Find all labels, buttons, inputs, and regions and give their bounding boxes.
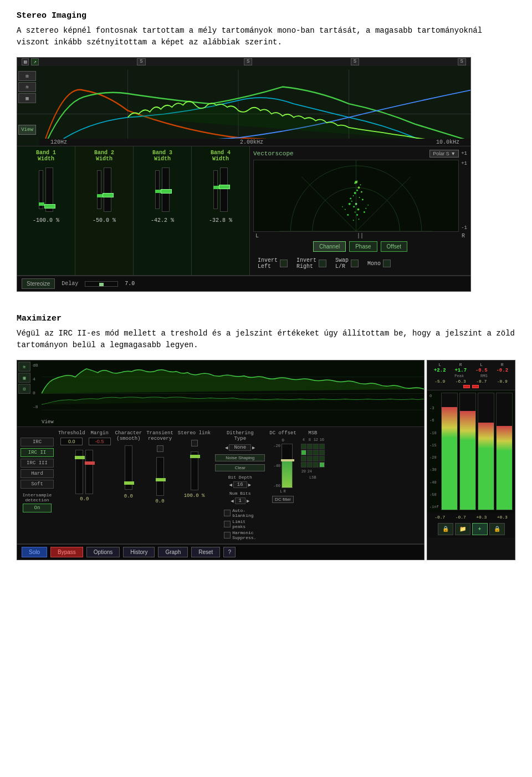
bypass-button[interactable]: Bypass [50, 547, 83, 557]
svg-point-13 [356, 190, 358, 191]
svg-point-20 [355, 203, 357, 205]
dc-filter-button[interactable]: DC filter [272, 496, 294, 503]
harmonic-checkbox[interactable] [224, 532, 231, 539]
wf-btn-bars[interactable]: ▦ [18, 373, 30, 383]
s-marker-4[interactable]: S [458, 58, 466, 65]
lock-btn-3[interactable]: + [472, 523, 488, 535]
wf-btn-wave[interactable]: ≋ [18, 362, 30, 372]
threshold-slider[interactable] [75, 450, 83, 494]
intersample-value[interactable]: On [23, 504, 52, 512]
l-peak2-val: -0.5 [475, 368, 488, 373]
invert-right-checkbox[interactable] [319, 260, 326, 267]
soft-button[interactable]: Soft [21, 480, 54, 489]
spectrum-btn-3[interactable]: ▦ [18, 93, 36, 103]
wf-btn-zoom[interactable]: ⊡ [18, 384, 30, 394]
svg-point-33 [347, 214, 349, 216]
r-peak-val: +1.7 [454, 368, 467, 373]
stereo-link-checkbox[interactable] [191, 440, 198, 446]
hard-button[interactable]: Hard [21, 469, 54, 478]
solo-button[interactable]: Solo [22, 547, 47, 557]
msb-cell [301, 444, 306, 449]
limit-peaks-option: Limitpeaks [224, 519, 256, 529]
r-label: R [462, 233, 465, 239]
waveform-buttons: ≋ ▦ ⊡ [17, 360, 32, 395]
svg-point-15 [358, 186, 360, 189]
stereoize-button[interactable]: Stereoize [22, 278, 55, 289]
auto-blanking-checkbox[interactable] [224, 510, 231, 516]
spectrum-btn-2[interactable]: ≋ [18, 82, 36, 92]
threshold-input[interactable] [60, 438, 83, 445]
band-1-slider[interactable] [45, 167, 53, 212]
msb-cell [313, 462, 319, 468]
margin-group: Margin [89, 430, 111, 445]
meter-fill-l2 [478, 423, 494, 510]
irc-button[interactable]: IRC [21, 438, 54, 446]
band-4-slider[interactable] [220, 167, 228, 212]
harmonic-label: HarmonicSuppress. [232, 530, 256, 540]
svg-point-12 [354, 192, 356, 194]
transient-checkbox[interactable] [157, 445, 163, 452]
margin-input[interactable] [89, 438, 111, 445]
band-3-left-slider[interactable] [155, 170, 160, 209]
delay-slider[interactable] [85, 281, 118, 287]
num-bits-value: 1 [235, 497, 245, 504]
band-3-slider[interactable] [162, 167, 170, 212]
mono-checkbox[interactable] [383, 260, 391, 267]
history-button[interactable]: History [123, 547, 155, 557]
lock-btn-4[interactable]: 🔒 [489, 523, 505, 535]
reset-button[interactable]: Reset [191, 547, 220, 557]
invert-right-label: InvertRight [296, 257, 316, 270]
irc2-button[interactable]: IRC II [21, 448, 54, 457]
stereo-link-label: Stereo link [178, 430, 211, 436]
threshold-group: Threshold [58, 430, 85, 445]
band-2-slider[interactable] [104, 167, 111, 212]
band-1-left-slider[interactable] [39, 170, 43, 209]
view-button[interactable]: View [18, 125, 36, 135]
dc-lr-l: L [280, 489, 282, 494]
maximizer-paragraph: Végül az IRC II-es mód mellett a treshol… [17, 328, 515, 351]
polar-button[interactable]: Polar S ▼ [429, 150, 459, 158]
band-3-col: Band 3 Width -42.2 % [134, 146, 192, 275]
lock-btn-2[interactable]: 📁 [455, 523, 470, 535]
offset-button[interactable]: Offset [381, 241, 408, 252]
stereo-paragraph: A sztereo képnél fontosnak tartottam a m… [17, 25, 515, 48]
transient-slider[interactable] [156, 457, 164, 496]
msb-cell-active [319, 462, 325, 468]
channel-button[interactable]: Channel [313, 241, 346, 252]
clear-button[interactable]: Clear [215, 464, 265, 471]
help-button[interactable]: ? [223, 547, 236, 557]
bit-depth-selector[interactable]: ◀ 16 ▶ [229, 481, 251, 488]
band-2-left-slider[interactable] [97, 170, 101, 209]
options-button[interactable]: Options [86, 547, 120, 557]
character-label: Character(smooth) [115, 430, 142, 441]
vectorscope-canvas [253, 160, 459, 232]
irc3-button[interactable]: IRC III [21, 459, 54, 468]
band-2-label: Band 2 Width [94, 150, 114, 162]
num-bits-selector[interactable]: ◀ 1 ▶ [231, 497, 249, 504]
spectrum-btn-1[interactable]: ⊞ [18, 71, 36, 81]
s-marker-1[interactable]: S [137, 58, 145, 65]
character-group: Character(smooth) 0.0 [115, 430, 142, 499]
dc-offset-slider[interactable] [282, 444, 293, 488]
none-selector[interactable]: ◀ None ▶ [225, 444, 255, 451]
margin-slider[interactable] [85, 450, 93, 494]
threshold-display: 0.0 [80, 496, 89, 502]
db-label-8: -8 [33, 404, 38, 409]
auto-blanking-label: Auto-blanking [232, 508, 253, 518]
band-4-left-slider[interactable] [213, 170, 218, 209]
lock-btn-1[interactable]: 🔒 [438, 523, 453, 535]
msb-label: MSB [308, 430, 317, 436]
limit-peaks-checkbox[interactable] [224, 521, 231, 527]
character-slider[interactable] [125, 445, 132, 490]
s-marker-3[interactable]: S [351, 58, 359, 65]
meter-bar-l2 [478, 393, 494, 510]
phase-button[interactable]: Phase [349, 241, 377, 252]
transient-label: Transientrecovery [146, 430, 173, 441]
stereo-link-slider[interactable] [191, 451, 198, 490]
s-marker-2[interactable]: S [244, 58, 252, 65]
meter-col-r2: R [501, 362, 504, 367]
swap-lr-checkbox[interactable] [351, 260, 359, 267]
invert-left-checkbox[interactable] [280, 260, 288, 267]
graph-button[interactable]: Graph [158, 547, 188, 557]
noise-shaping-button[interactable]: Noise Shaping [215, 454, 265, 461]
